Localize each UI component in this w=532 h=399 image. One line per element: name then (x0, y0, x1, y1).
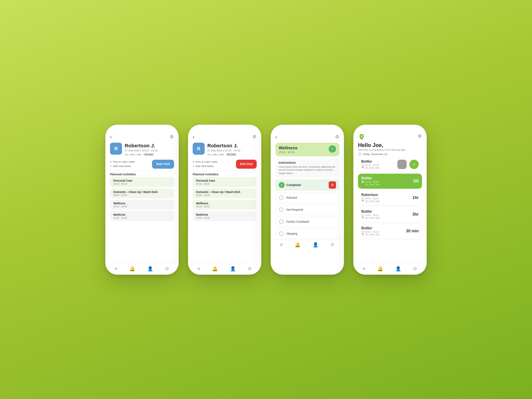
nav-gear-4[interactable]: ⚙ (413, 266, 417, 271)
radio-circle (279, 219, 284, 224)
add-note-btn-2[interactable]: + Add Visit Notes (193, 165, 217, 168)
nav-gear-3[interactable]: ⚙ (330, 242, 335, 247)
gear-icon-3[interactable]: ⚙ (335, 134, 339, 139)
date-label: Today (363, 153, 370, 156)
wellness-check: ✓ (329, 145, 336, 153)
wellness-time: 15:10 - 16:10 (279, 151, 297, 154)
section-title-2: Planned Activities (188, 171, 261, 177)
visit-card[interactable]: Buttler 🕐 16:10 - 16:10📍 10, | AA1 1AA 3… (358, 224, 422, 239)
back-button-2[interactable]: ‹ (193, 134, 194, 140)
bottom-nav-3: ≡ 🔔 👤 ⚙ (271, 240, 344, 251)
notch-1 (130, 125, 154, 131)
patient-info-2: R Robertson J. 27 Sep 2022 | 15:10 - 16:… (188, 141, 261, 159)
visit-duration: 3/4 (413, 179, 419, 183)
activity-list-1: Personal Care 15:10 - 16:10 Domestic - C… (105, 177, 179, 263)
patient-details-2: Robertson J. 27 Sep 2022 | 15:10 - 16:10… (207, 143, 257, 157)
phone3-header: ‹ ⚙ (271, 131, 344, 141)
radio-refused[interactable]: Refused (275, 193, 339, 203)
start-visit-button[interactable]: Start Visit (152, 160, 174, 169)
phone-3: ‹ ⚙ Wellness 15:10 - 16:10 ✓ Instruction… (271, 125, 344, 275)
nav-home-2[interactable]: ≡ (197, 266, 200, 271)
add-note-btn-1[interactable]: + Add Visit Notes (110, 165, 135, 168)
completed-check: ✓ (279, 182, 285, 188)
nav-user-1[interactable]: 👤 (147, 266, 153, 271)
radio-circle (279, 195, 284, 200)
remove-completed-btn[interactable]: ✕ (329, 181, 336, 189)
instructions-box: Instructions Lorem ipsum dolor sit amet,… (275, 159, 339, 177)
nav-user-3[interactable]: 👤 (313, 242, 318, 247)
visit-duration: 1hr (412, 195, 419, 200)
activity-item[interactable]: Personal Care 15:10 - 16:10 (110, 177, 174, 187)
nav-bell-3[interactable]: 🔔 (295, 242, 300, 247)
patient-info-1: R Robertson J. 27 Sep 2022 | 15:10 - 16:… (105, 141, 179, 159)
radio-label: Family Completed (286, 220, 309, 223)
bottom-nav-2: ≡ 🔔 👤 ⚙ (188, 264, 261, 275)
activity-item[interactable]: Medicine 15:10 - 16:10 (193, 211, 257, 221)
patient-meta-1: 27 Sep 2022 | 15:10 - 16:10 10, | AA1 1A… (125, 149, 174, 157)
visit-card[interactable]: Buttler 🕐 15:10 - 16:10📍 10, | AA1 1AA ✓ (358, 157, 422, 172)
notch-2 (213, 125, 236, 131)
activity-item[interactable]: Wellness 15:10 - 16:10 (110, 200, 174, 210)
nav-home-1[interactable]: ≡ (115, 266, 117, 271)
bottom-nav-1: ≡ 🔔 👤 ⚙ (105, 264, 179, 275)
activity-list-2: Personal Care 15:10 - 16:10 Domestic - C… (188, 177, 261, 263)
visit-completed-check: ✓ (409, 160, 419, 169)
nav-bell-4[interactable]: 🔔 (377, 266, 383, 271)
nav-user-4[interactable]: 👤 (395, 266, 401, 271)
nav-user-2[interactable]: 👤 (230, 266, 236, 271)
back-button-1[interactable]: ‹ (110, 134, 112, 140)
nav-gear-2[interactable]: ⚙ (248, 266, 252, 271)
instructions-text: Lorem ipsum dolor sit amet, consectetur … (279, 165, 336, 175)
activity-item[interactable]: Medicine 15:10 - 16:10 (110, 211, 174, 221)
hello-title: Hello Joe, (358, 142, 422, 148)
nav-home-3[interactable]: ≡ (280, 242, 283, 247)
completed-label: Completed (286, 183, 301, 187)
visit-duration: 3hr (412, 212, 419, 217)
nav-gear-1[interactable]: ⚙ (165, 266, 169, 271)
end-visit-button[interactable]: End Visit (236, 160, 257, 169)
visit-card[interactable]: Robertson 🕐 15:10 - 16:10📍 10, | AA1 1AA… (358, 190, 422, 205)
phone-1: ‹ ⚙ R Robertson J. 27 Sep 2022 | 15:10 -… (105, 125, 179, 275)
prev-later-btn-1[interactable]: ≡ Prev & Later Visits (110, 160, 135, 163)
radio-family-completed[interactable]: Family Completed (275, 217, 339, 227)
gear-icon-2[interactable]: ⚙ (252, 134, 257, 139)
phone1-header: ‹ ⚙ (105, 131, 179, 141)
patient-name-1: Robertson J. (125, 143, 174, 148)
instructions-title: Instructions (279, 161, 336, 164)
phone-2: ‹ ⚙ R Robertson J. 27 Sep 2022 | 15:10 -… (188, 125, 261, 275)
visit-card[interactable]: Buttler 🕐 15:10 - 16:10📍 10, | AA1 1AA 3… (358, 207, 422, 222)
prev-later-btn-2[interactable]: ≡ Prev & Later Visits (193, 160, 217, 163)
patient-name-2: Robertson J. (207, 143, 257, 148)
divider-1 (110, 170, 174, 171)
activity-item[interactable]: Domestic - Clean Up / Wash Dish 15:10 - … (193, 188, 257, 198)
back-button-3[interactable]: ‹ (275, 134, 277, 140)
visit-list: Buttler 🕐 15:10 - 16:10📍 10, | AA1 1AA ✓… (353, 157, 427, 264)
avatar-2: R (193, 143, 205, 155)
phone2-header: ‹ ⚙ (188, 131, 261, 141)
gear-icon-4[interactable]: ⚙ (418, 133, 422, 139)
notch-4 (378, 125, 402, 131)
date-value: December 14 (371, 153, 387, 156)
nav-home-4[interactable]: ≡ (363, 266, 365, 271)
app-logo (358, 133, 365, 141)
hello-header: ⚙ (353, 131, 427, 142)
nav-bell-1[interactable]: 🔔 (129, 266, 135, 271)
activity-item[interactable]: Domestic - Clean Up / Wash Dish 16:10 - … (110, 188, 174, 198)
radio-sleeping[interactable]: Sleeping (275, 229, 339, 239)
activity-item[interactable]: Wellness 15:10 - 16:10 (193, 200, 257, 210)
phone-4: ⚙ Hello Joe, Welcome to Examplary Care P… (353, 125, 427, 275)
activity-item[interactable]: Personal Care 15:10 - 16:10 (193, 177, 257, 187)
completed-row[interactable]: ✓ Completed ✕ (275, 179, 339, 191)
visit-card-active[interactable]: Buttler 🕐 15:10 - 16:10📍 10, | AA1 1AA 3… (358, 174, 422, 189)
action-row-2: ≡ Prev & Later Visits + Add Visit Notes … (188, 159, 261, 170)
nav-bell-2[interactable]: 🔔 (212, 266, 218, 271)
avatar-1: R (110, 143, 122, 155)
date-row: 🕐 Today December 14 (353, 152, 427, 157)
divider-2 (193, 170, 257, 171)
hello-subtitle: Welcome to Examplary Care Planning App (358, 148, 422, 151)
radio-not-required[interactable]: Not Required (275, 205, 339, 215)
gear-icon-1[interactable]: ⚙ (170, 134, 174, 139)
radio-circle (279, 207, 284, 212)
wellness-title: Wellness (279, 145, 297, 150)
patient-meta-2: 27 Sep 2022 | 15:10 - 16:10 10, | AA1 1A… (207, 149, 257, 157)
